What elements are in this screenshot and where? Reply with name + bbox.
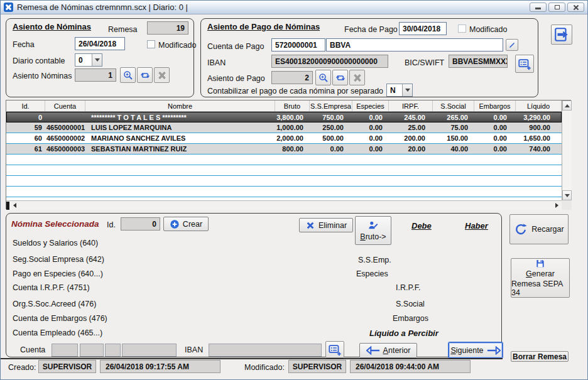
person-edit-icon	[367, 220, 379, 231]
panel-asiento-nominas: Asiento de Nóminas Remesa 19 Fecha 26/04…	[6, 18, 194, 97]
iban-label: IBAN	[207, 58, 226, 67]
panel-nomina-seleccionada: Nómina Seleccionada Id. 0 Crear Eliminar…	[6, 213, 502, 357]
close-button[interactable]	[567, 3, 584, 12]
account-label-irpf: Cuenta I.R.P.F. (4751)	[13, 283, 90, 292]
cross-icon	[352, 72, 363, 84]
arrow-up-icon	[565, 104, 570, 107]
floppy-disk-icon	[533, 259, 548, 268]
zoom-asiento-button[interactable]	[120, 67, 136, 83]
detail-iban-field[interactable]	[209, 344, 322, 357]
scroll-down-button[interactable]	[562, 190, 572, 200]
cuenta-pago-label: Cuenta de Pago	[207, 42, 264, 51]
fecha-pago-input[interactable]: 30/04/2018	[399, 22, 447, 35]
delete-asiento-button[interactable]	[154, 67, 170, 83]
table-row[interactable]: 0********* T O T A L E S *********3,800.…	[6, 112, 562, 122]
separado-dropdown-button[interactable]	[402, 84, 412, 96]
detail-id-field: 0	[121, 217, 160, 231]
pencil-icon	[508, 41, 516, 50]
amount-label-ssemp: S.S.Emp.	[358, 256, 391, 264]
modificado-pago-checkbox[interactable]	[458, 24, 466, 33]
chevron-down-icon	[95, 58, 100, 62]
close-icon	[573, 4, 579, 11]
diario-dropdown[interactable]: 0	[75, 53, 102, 67]
scroll-up-button[interactable]	[562, 100, 572, 111]
panel-asiento-pago: Asiento de Pago de Nóminas Fecha de Pago…	[200, 18, 538, 97]
refresh-asiento-button[interactable]	[137, 67, 153, 83]
app-icon	[4, 3, 13, 12]
detail-add-bank-button[interactable]	[325, 341, 344, 358]
cuenta-segment-2[interactable]	[80, 344, 104, 357]
table-row-empty	[6, 155, 562, 165]
diario-dropdown-button[interactable]	[92, 54, 102, 66]
separado-dropdown[interactable]: N	[386, 84, 413, 97]
column-header: Id.	[6, 100, 45, 111]
cuenta-segment-3[interactable]	[105, 344, 121, 357]
anterior-button[interactable]: Anterior	[359, 343, 417, 358]
divider-line	[1, 358, 503, 359]
bruto-button-label: Bruto->	[360, 232, 386, 241]
arrow-right-icon	[555, 203, 558, 208]
fecha-pago-label: Fecha de Pago	[344, 25, 398, 34]
generar-label-line2: Remesa SEPA 34	[511, 280, 569, 297]
arrow-left-icon	[366, 346, 380, 355]
cuenta-segment-4[interactable]	[122, 344, 177, 357]
column-header: Embargos	[474, 100, 516, 111]
generar-remesa-button[interactable]: Generar Remesa SEPA 34	[511, 258, 570, 298]
table-row[interactable]: 604650000002MARIANO SANCHEZ AVILES2,000.…	[6, 133, 562, 144]
eliminar-button[interactable]: Eliminar	[299, 218, 353, 232]
modificado-checkbox[interactable]	[147, 40, 155, 48]
account-label-sueldos: Sueldos y Salarios (640)	[13, 239, 98, 247]
column-header: S.Social	[433, 100, 474, 111]
blue-cross-icon	[305, 220, 315, 231]
minimize-button[interactable]	[530, 3, 547, 12]
cuenta-pago-code-input[interactable]: 5720000001	[271, 38, 325, 52]
restore-button[interactable]	[548, 3, 565, 12]
grid-body: 0********* T O T A L E S *********3,800.…	[6, 112, 562, 197]
column-header: Nombre	[85, 100, 275, 111]
zoom-asiento-pago-button[interactable]	[315, 70, 331, 85]
crear-button[interactable]: Crear	[163, 217, 209, 231]
magnifier-plus-icon	[122, 70, 134, 81]
scroll-left-button[interactable]	[9, 202, 19, 210]
fecha-input[interactable]: 26/04/2018	[75, 37, 125, 50]
bic-swift-field: BBVAESMMXXX	[449, 55, 508, 68]
refresh-asiento-pago-button[interactable]	[332, 70, 348, 85]
asiento-nominas-label: Asiento Nóminas	[13, 72, 72, 80]
detail-iban-label: IBAN	[185, 345, 203, 354]
remesa-label: Remesa	[108, 25, 138, 34]
detail-cuenta-label: Cuenta	[20, 345, 45, 354]
horizontal-scrollbar[interactable]	[6, 200, 562, 210]
arrow-down-icon	[565, 194, 570, 197]
borrar-remesa-button[interactable]: Borrar Remesa	[511, 351, 569, 362]
modificado-datetime-field: 26/04/2018 09:44:00 AM	[350, 360, 471, 373]
table-row-empty	[6, 165, 562, 176]
account-label-segsocial: Seg.Social Empresa (642)	[13, 255, 104, 264]
arrow-left-icon	[13, 203, 16, 208]
cuenta-segment-1[interactable]	[52, 344, 78, 357]
minimize-icon	[535, 8, 541, 9]
siguiente-button[interactable]: Siguiente	[449, 342, 503, 358]
diario-value: 0	[75, 54, 92, 66]
recargar-button[interactable]: Recargar	[509, 214, 569, 244]
table-row-empty	[6, 176, 562, 187]
separado-value: N	[387, 84, 402, 96]
detail-panel-title: Nómina Seleccionada	[11, 219, 99, 229]
add-bank-list-button[interactable]	[515, 55, 534, 73]
vertical-scrollbar[interactable]	[562, 100, 572, 200]
remesa-field: 19	[147, 21, 188, 35]
scroll-right-button[interactable]	[552, 202, 562, 210]
edit-cuenta-pago-button[interactable]	[506, 39, 518, 51]
haber-header: Haber	[465, 221, 488, 231]
exit-button[interactable]	[551, 24, 572, 45]
delete-asiento-pago-button[interactable]	[349, 70, 365, 85]
title-bar: Remesa de Nóminas ctremnmn.scx | Diario:…	[1, 1, 587, 14]
chevron-down-icon	[405, 89, 410, 92]
cuenta-pago-name-input[interactable]: BBVA	[326, 38, 503, 52]
table-row[interactable]: 594650000001LUIS LOPEZ MARQUINA1,000.002…	[6, 122, 562, 133]
panel-title: Asiento de Nóminas	[13, 22, 91, 31]
reload-circular-icon	[514, 222, 528, 236]
bruto-button[interactable]: Bruto->	[355, 216, 391, 245]
table-row[interactable]: 614650000003SEBASTIAN MARTINEZ RUIZ800.0…	[6, 144, 562, 155]
creado-label: Creado:	[8, 363, 36, 372]
fecha-label: Fecha	[13, 40, 35, 49]
